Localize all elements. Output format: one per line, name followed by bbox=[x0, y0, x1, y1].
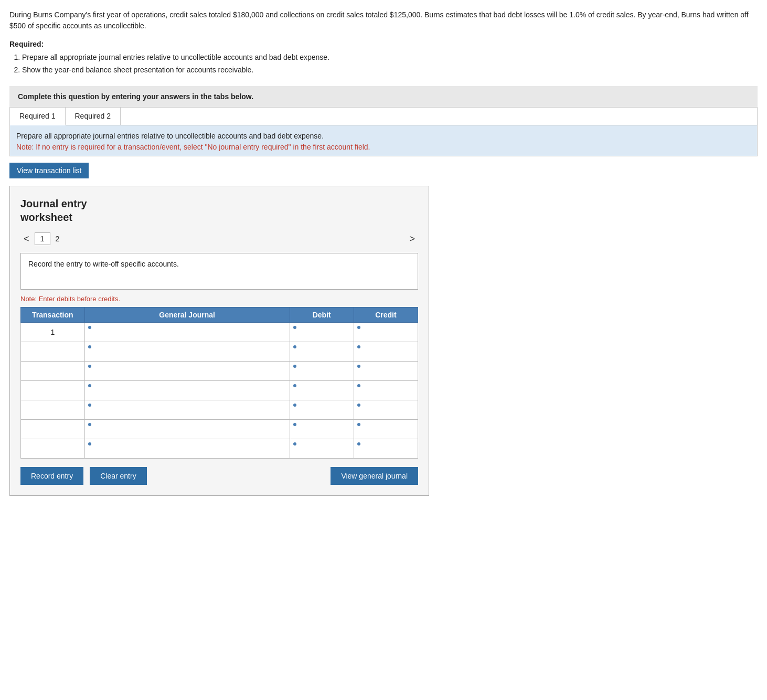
credit-indicator-icon bbox=[357, 423, 360, 426]
transaction-cell bbox=[21, 361, 85, 380]
journal-table: Transaction General Journal Debit Credit… bbox=[20, 307, 418, 459]
debit-indicator-icon bbox=[293, 404, 296, 407]
table-row bbox=[21, 419, 418, 439]
journal-entry-input[interactable] bbox=[88, 351, 286, 360]
credit-input[interactable] bbox=[357, 428, 414, 439]
credit-indicator-icon bbox=[357, 384, 360, 387]
debit-indicator-icon bbox=[293, 384, 296, 387]
credit-cell[interactable] bbox=[354, 342, 418, 361]
debit-indicator-icon bbox=[293, 423, 296, 426]
credit-input[interactable] bbox=[357, 389, 414, 400]
column-indicator-icon bbox=[88, 326, 91, 329]
debit-input[interactable] bbox=[293, 428, 350, 439]
table-row bbox=[21, 380, 418, 400]
transaction-cell bbox=[21, 342, 85, 361]
debit-input[interactable] bbox=[293, 351, 350, 361]
debit-cell[interactable] bbox=[290, 400, 354, 419]
credit-input[interactable] bbox=[357, 331, 414, 342]
buttons-row: Record entry Clear entry View general jo… bbox=[20, 467, 418, 485]
debit-cell[interactable] bbox=[290, 322, 354, 342]
next-page-number[interactable]: 2 bbox=[56, 235, 60, 243]
general-journal-cell[interactable] bbox=[84, 439, 290, 458]
intro-text: During Burns Company's first year of ope… bbox=[9, 9, 758, 31]
required-list: Prepare all appropriate journal entries … bbox=[22, 51, 758, 77]
credit-input[interactable] bbox=[357, 409, 414, 419]
column-indicator-icon bbox=[88, 384, 91, 387]
tab-required-2[interactable]: Required 2 bbox=[66, 108, 121, 125]
transaction-cell bbox=[21, 439, 85, 458]
table-row bbox=[21, 361, 418, 380]
debit-cell[interactable] bbox=[290, 419, 354, 439]
transaction-cell bbox=[21, 380, 85, 400]
debit-indicator-icon bbox=[293, 365, 296, 368]
general-journal-cell[interactable] bbox=[84, 380, 290, 400]
general-journal-cell[interactable] bbox=[84, 361, 290, 380]
required-header: Required: bbox=[9, 40, 758, 48]
required-item-2: Show the year-end balance sheet presenta… bbox=[22, 64, 758, 77]
tab-required-1[interactable]: Required 1 bbox=[10, 108, 66, 125]
general-journal-cell[interactable] bbox=[84, 342, 290, 361]
col-header-transaction: Transaction bbox=[21, 307, 85, 322]
journal-worksheet: Journal entry worksheet < 1 2 > Record t… bbox=[9, 186, 429, 496]
table-row bbox=[21, 439, 418, 458]
debit-cell[interactable] bbox=[290, 380, 354, 400]
col-header-debit: Debit bbox=[290, 307, 354, 322]
column-indicator-icon bbox=[88, 423, 91, 426]
clear-entry-button[interactable]: Clear entry bbox=[90, 467, 146, 485]
debit-cell[interactable] bbox=[290, 439, 354, 458]
credit-indicator-icon bbox=[357, 404, 360, 407]
credit-cell[interactable] bbox=[354, 400, 418, 419]
tabs-row: Required 1 Required 2 bbox=[10, 108, 757, 125]
journal-entry-input[interactable] bbox=[88, 370, 286, 380]
transaction-cell: 1 bbox=[21, 322, 85, 342]
credit-input[interactable] bbox=[357, 351, 414, 361]
tab-main-text: Prepare all appropriate journal entries … bbox=[16, 132, 324, 140]
column-indicator-icon bbox=[88, 442, 91, 446]
view-general-journal-button[interactable]: View general journal bbox=[331, 467, 418, 485]
record-entry-button[interactable]: Record entry bbox=[20, 467, 83, 485]
general-journal-cell[interactable] bbox=[84, 400, 290, 419]
transaction-cell bbox=[21, 400, 85, 419]
debit-input[interactable] bbox=[293, 331, 350, 342]
column-indicator-icon bbox=[88, 345, 91, 348]
credit-cell[interactable] bbox=[354, 419, 418, 439]
credit-cell[interactable] bbox=[354, 439, 418, 458]
required-item-1: Prepare all appropriate journal entries … bbox=[22, 51, 758, 64]
journal-entry-input[interactable] bbox=[88, 428, 286, 438]
column-indicator-icon bbox=[88, 365, 91, 368]
column-indicator-icon bbox=[88, 404, 91, 407]
worksheet-title: Journal entry worksheet bbox=[20, 197, 418, 224]
debit-input[interactable] bbox=[293, 389, 350, 400]
prev-page-arrow[interactable]: < bbox=[20, 232, 33, 246]
next-page-arrow[interactable]: > bbox=[406, 232, 418, 246]
journal-entry-input[interactable] bbox=[88, 331, 286, 341]
journal-entry-input[interactable] bbox=[88, 389, 286, 399]
debit-input[interactable] bbox=[293, 370, 350, 380]
journal-entry-input[interactable] bbox=[88, 448, 286, 458]
credit-indicator-icon bbox=[357, 326, 360, 329]
view-transaction-button[interactable]: View transaction list bbox=[9, 163, 89, 178]
debit-cell[interactable] bbox=[290, 361, 354, 380]
instruction-box: Complete this question by entering your … bbox=[9, 86, 758, 107]
general-journal-cell[interactable] bbox=[84, 322, 290, 342]
debit-indicator-icon bbox=[293, 442, 296, 446]
current-page-number: 1 bbox=[35, 232, 50, 245]
credit-cell[interactable] bbox=[354, 380, 418, 400]
entry-description: Record the entry to write-off specific a… bbox=[20, 253, 418, 290]
debit-indicator-icon bbox=[293, 326, 296, 329]
journal-entry-input[interactable] bbox=[88, 409, 286, 419]
debit-input[interactable] bbox=[293, 409, 350, 419]
debit-cell[interactable] bbox=[290, 342, 354, 361]
general-journal-cell[interactable] bbox=[84, 419, 290, 439]
credit-input[interactable] bbox=[357, 370, 414, 380]
credit-input[interactable] bbox=[357, 448, 414, 458]
credit-cell[interactable] bbox=[354, 361, 418, 380]
tab-note: Note: If no entry is required for a tran… bbox=[16, 143, 370, 151]
transaction-cell bbox=[21, 419, 85, 439]
credit-cell[interactable] bbox=[354, 322, 418, 342]
tabs-wrapper: Required 1 Required 2 Prepare all approp… bbox=[9, 107, 758, 156]
col-header-journal: General Journal bbox=[84, 307, 290, 322]
debit-input[interactable] bbox=[293, 448, 350, 458]
debit-indicator-icon bbox=[293, 345, 296, 348]
credit-indicator-icon bbox=[357, 345, 360, 348]
